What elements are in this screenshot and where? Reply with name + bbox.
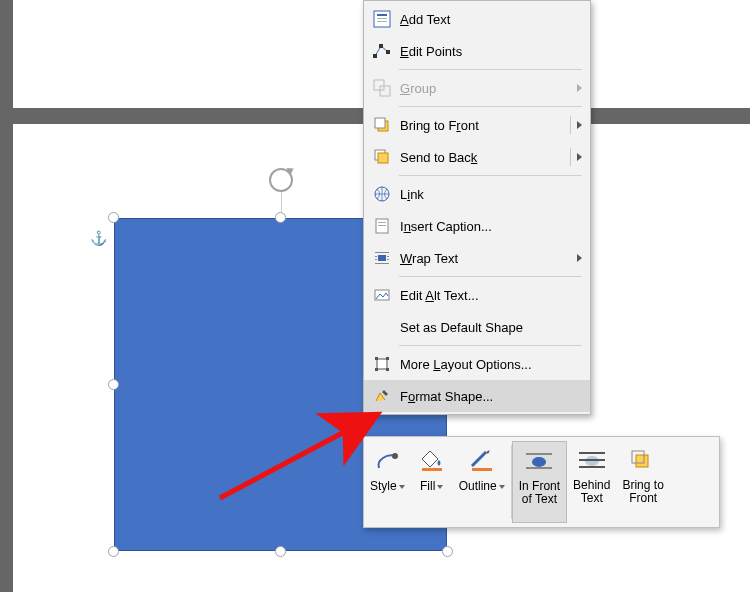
svg-rect-31: [422, 468, 442, 471]
separator: [399, 106, 582, 107]
svg-rect-25: [377, 359, 387, 369]
group-icon: [370, 76, 394, 100]
resize-handle-n[interactable]: [275, 212, 286, 223]
mini-behind-label: BehindText: [573, 479, 610, 505]
menu-link[interactable]: Link: [364, 178, 590, 210]
edit-alt-text-icon: [370, 283, 394, 307]
svg-rect-33: [526, 453, 552, 455]
menu-edit-alt-text[interactable]: Edit Alt Text...: [364, 279, 590, 311]
separator: [399, 345, 582, 346]
menu-group: Group: [364, 72, 590, 104]
svg-rect-7: [374, 80, 384, 90]
menu-insert-caption-label: Insert Caption...: [400, 219, 582, 234]
svg-rect-26: [375, 357, 378, 360]
insert-caption-icon: [370, 214, 394, 238]
svg-rect-12: [378, 153, 388, 163]
svg-rect-36: [579, 459, 605, 461]
svg-rect-21: [387, 256, 389, 257]
mini-outline-label: Outline: [459, 479, 505, 493]
mini-fill[interactable]: Fill: [411, 437, 453, 527]
resize-handle-sw[interactable]: [108, 546, 119, 557]
menu-bring-to-front-label: Bring to Front: [400, 118, 564, 133]
submenu-arrow-icon[interactable]: [577, 153, 582, 161]
fill-icon: [417, 445, 447, 475]
svg-rect-34: [526, 467, 552, 469]
edit-points-icon: [370, 39, 394, 63]
style-icon: [372, 445, 402, 475]
separator: [399, 69, 582, 70]
svg-rect-22: [375, 259, 377, 260]
behind-text-icon: [577, 445, 607, 475]
svg-rect-1: [377, 14, 387, 16]
rotation-handle[interactable]: [269, 168, 293, 192]
send-to-back-icon: [370, 145, 394, 169]
svg-rect-27: [386, 357, 389, 360]
mini-behind-text[interactable]: BehindText: [567, 437, 616, 527]
svg-rect-20: [375, 256, 377, 257]
menu-more-layout[interactable]: More Layout Options...: [364, 348, 590, 380]
menu-format-shape-label: Format Shape...: [400, 389, 582, 404]
menu-wrap-text-label: Wrap Text: [400, 251, 577, 266]
submenu-arrow-icon[interactable]: [577, 121, 582, 129]
submenu-arrow-icon: [577, 84, 582, 92]
rotation-connector: [281, 190, 282, 212]
context-menu: Add Text Edit Points Group Bring to Fron…: [363, 0, 591, 415]
blank-icon: [370, 315, 394, 339]
svg-rect-5: [379, 44, 383, 48]
menu-send-to-back-label: Send to Back: [400, 150, 564, 165]
svg-rect-19: [375, 263, 389, 264]
mini-fill-label: Fill: [420, 479, 443, 493]
menu-insert-caption[interactable]: Insert Caption...: [364, 210, 590, 242]
in-front-of-text-icon: [524, 446, 554, 476]
svg-rect-15: [378, 222, 386, 223]
menu-format-shape[interactable]: Format Shape...: [364, 380, 590, 412]
menu-set-default-shape[interactable]: Set as Default Shape: [364, 311, 590, 343]
menu-add-text-label: Add Text: [400, 12, 582, 27]
bring-to-front-icon: [370, 113, 394, 137]
split-separator: [570, 148, 571, 166]
wrap-text-icon: [370, 246, 394, 270]
menu-edit-alt-text-label: Edit Alt Text...: [400, 288, 582, 303]
menu-add-text[interactable]: Add Text: [364, 3, 590, 35]
more-layout-icon: [370, 352, 394, 376]
svg-rect-3: [377, 21, 387, 22]
anchor-icon: ⚓: [90, 230, 107, 246]
svg-rect-6: [386, 50, 390, 54]
svg-rect-4: [373, 54, 377, 58]
menu-link-label: Link: [400, 187, 582, 202]
resize-handle-se[interactable]: [442, 546, 453, 557]
link-icon: [370, 182, 394, 206]
svg-rect-8: [380, 86, 390, 96]
svg-rect-28: [375, 368, 378, 371]
mini-bring-to-front[interactable]: Bring toFront: [616, 437, 669, 527]
svg-point-30: [392, 453, 398, 459]
add-text-icon: [370, 7, 394, 31]
caret-icon: [399, 485, 405, 489]
svg-rect-18: [375, 252, 389, 253]
resize-handle-w[interactable]: [108, 379, 119, 390]
menu-set-default-label: Set as Default Shape: [400, 320, 582, 335]
svg-rect-2: [377, 18, 387, 19]
separator: [399, 175, 582, 176]
svg-rect-17: [378, 255, 386, 261]
mini-style-label: Style: [370, 479, 405, 493]
resize-handle-s[interactable]: [275, 546, 286, 557]
menu-send-to-back[interactable]: Send to Back: [364, 141, 590, 173]
separator: [399, 276, 582, 277]
menu-edit-points[interactable]: Edit Points: [364, 35, 590, 67]
resize-handle-nw[interactable]: [108, 212, 119, 223]
svg-rect-10: [375, 118, 385, 128]
mini-outline[interactable]: Outline: [453, 437, 511, 527]
outline-icon: [467, 445, 497, 475]
svg-rect-16: [378, 225, 386, 226]
menu-group-label: Group: [400, 81, 577, 96]
menu-bring-to-front[interactable]: Bring to Front: [364, 109, 590, 141]
split-separator: [570, 116, 571, 134]
svg-rect-23: [387, 259, 389, 260]
submenu-arrow-icon: [577, 254, 582, 262]
mini-in-front-label: In Frontof Text: [519, 480, 560, 506]
menu-wrap-text[interactable]: Wrap Text: [364, 242, 590, 274]
mini-in-front-of-text[interactable]: In Frontof Text: [512, 441, 567, 523]
mini-style[interactable]: Style: [364, 437, 411, 527]
svg-rect-38: [636, 455, 648, 467]
